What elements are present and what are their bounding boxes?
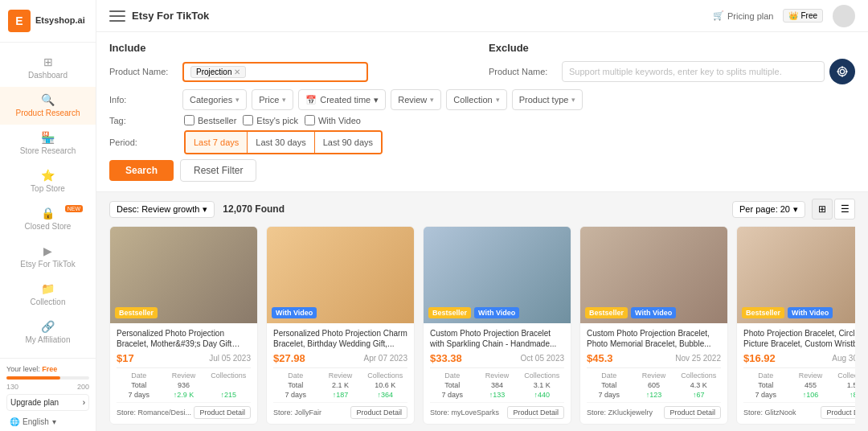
sidebar-bottom: Your level: Free 130 200 Upgrade plan › … [0,358,96,431]
collections-total-2: 10.6 K [362,381,407,389]
sidebar-label-collection: Collection [31,298,66,307]
price-dropdown[interactable]: Price ▾ [252,89,293,110]
bestseller-label: Bestseller [198,116,236,125]
crown-icon: 👑 [788,11,798,20]
sidebar-item-product-research[interactable]: 🔍 Product Research [0,87,96,125]
product-title-1: Personalized Photo Projection Bracelet, … [117,328,251,349]
collections-total-5: 1.5 K [833,381,855,389]
sidebar-item-etsy-tiktok[interactable]: ▶ Etsy For TikTok [0,238,96,276]
sidebar-label-store-research: Store Research [20,146,76,156]
store-row-1: Store: Romance/Desi... Product Detail [117,402,251,419]
period-30-button[interactable]: Last 30 days [248,132,314,153]
include-tag-input-field[interactable] [249,67,360,76]
filter-icon-button[interactable] [829,59,855,84]
grid-view-button[interactable]: ⊞ [812,199,833,220]
categories-dropdown[interactable]: Categories ▾ [182,89,247,110]
results-header: Desc: Review growth ▾ 12,070 Found Per p… [109,199,855,220]
stats-header-5: Date Review Collections [743,371,855,380]
with-video-checkbox[interactable] [305,115,315,125]
collection-dropdown[interactable]: Collection ▾ [446,89,506,110]
product-date-5: Aug 30 2023 [832,354,855,363]
per-page-dropdown[interactable]: Per page: 20 ▾ [732,201,805,218]
stats-total-1: Total 936 [117,381,251,389]
include-product-name-input[interactable]: Projection ✕ [182,62,368,82]
stats-header-3: Date Review Collections [430,371,564,380]
upgrade-button[interactable]: Upgrade plan › [6,394,89,411]
bestseller-checkbox[interactable] [184,115,194,125]
detail-button-2[interactable]: Product Detail [350,406,407,419]
total-label-3: Total [430,381,475,389]
svg-point-0 [838,68,847,76]
review-col-header-4: Review [632,371,677,380]
detail-button-1[interactable]: Product Detail [194,406,251,419]
filter-section: Include Exclude Product Name: Projection… [96,32,868,192]
topbar-left: Etsy For TikTok [109,10,209,22]
product-title-4: Custom Photo Projection Bracelet, Photo … [587,328,721,349]
period-90-button[interactable]: Last 90 days [315,132,381,153]
date-col-header-4: Date [587,371,632,380]
user-avatar[interactable] [833,5,855,27]
sidebar-label-dashboard: Dashboard [28,71,68,80]
new-badge: NEW [65,205,83,212]
video-badge-4: With Video [631,307,676,318]
with-video-checkbox-label[interactable]: With Video [305,115,361,125]
product-date-2: Apr 07 2023 [364,354,408,363]
pricing-link[interactable]: 🛒 Pricing plan [713,10,773,21]
sidebar-item-dashboard[interactable]: ⊞ Dashboard [0,49,96,87]
review-total-3: 384 [475,381,520,389]
per-page-label: Per page: 20 [739,204,790,214]
tag-remove-button[interactable]: ✕ [234,68,240,76]
created-time-dropdown[interactable]: 📅 Created time ▾ [298,89,386,110]
sidebar-label-closed-store: Closed Store [25,222,72,232]
detail-button-5[interactable]: Product Detail [821,406,855,419]
store-name-2: Store: JollyFair [273,408,321,417]
product-price-row-5: $16.92 Aug 30 2023 [743,352,855,364]
sidebar-label-my-affiliation: My Affiliation [26,335,71,345]
product-date-4: Nov 25 2022 [675,354,721,363]
badge-row-2: With Video [272,307,317,318]
menu-toggle-button[interactable] [109,10,125,22]
language-selector[interactable]: 🌐 English ▾ [6,414,89,429]
collections-col-header-2: Collections [362,371,407,380]
detail-button-3[interactable]: Product Detail [507,406,564,419]
sidebar-item-store-research[interactable]: 🏪 Store Research [0,125,96,162]
sidebar-item-closed-store[interactable]: 🔒 Closed Store NEW [0,200,96,238]
reset-filter-button[interactable]: Reset Filter [180,159,256,182]
store-row-4: Store: ZKluckjewelry Product Detail [587,402,721,419]
sidebar-label-product-research: Product Research [15,109,80,118]
exclude-product-name-input[interactable] [562,61,825,82]
review-dropdown[interactable]: Review ▾ [391,89,441,110]
product-type-dropdown[interactable]: Product type ▾ [512,89,583,110]
product-type-arrow-icon: ▾ [571,96,575,104]
sidebar-item-collection[interactable]: 📁 Collection [0,276,96,314]
free-label: Free [800,11,817,20]
period-selector: Last 7 days Last 30 days Last 90 days [184,130,383,154]
sidebar-label-etsy-tiktok: Etsy For TikTok [20,260,75,269]
results-section: Desc: Review growth ▾ 12,070 Found Per p… [96,192,868,431]
review-change-2: ↑187 [318,391,363,399]
list-view-button[interactable]: ☰ [834,199,855,220]
main-content: Etsy For TikTok 🛒 Pricing plan 👑 Free In… [96,0,868,431]
sidebar-item-top-store[interactable]: ⭐ Top Store [0,162,96,200]
store-name-3: Store: myLoveSparks [430,408,499,417]
store-name-4: Store: ZKluckjewelry [587,408,653,417]
bestseller-checkbox-label[interactable]: Bestseller [184,115,236,125]
etsys-pick-checkbox-label[interactable]: Etsy's pick [243,115,298,125]
date-col-header-5: Date [743,371,788,380]
search-button[interactable]: Search [109,160,174,181]
detail-button-4[interactable]: Product Detail [664,406,721,419]
etsys-pick-checkbox[interactable] [243,115,253,125]
review-col-header-3: Review [475,371,520,380]
price-arrow-icon: ▾ [282,96,286,104]
days-7-2: 7 days [273,391,318,399]
product-image-4: Bestseller With Video [580,227,727,323]
product-image-3: Bestseller With Video [424,227,571,323]
period-7-button[interactable]: Last 7 days [186,132,248,153]
progress-current: 130 [6,383,18,391]
exclude-label: Exclude [489,42,529,54]
collections-total-4: 4.3 K [676,381,721,389]
collection-icon: 📁 [41,282,55,295]
product-info-4: Custom Photo Projection Bracelet, Photo … [580,323,727,424]
sidebar-item-my-affiliation[interactable]: 🔗 My Affiliation [0,314,96,351]
sort-dropdown[interactable]: Desc: Review growth ▾ [109,201,215,218]
